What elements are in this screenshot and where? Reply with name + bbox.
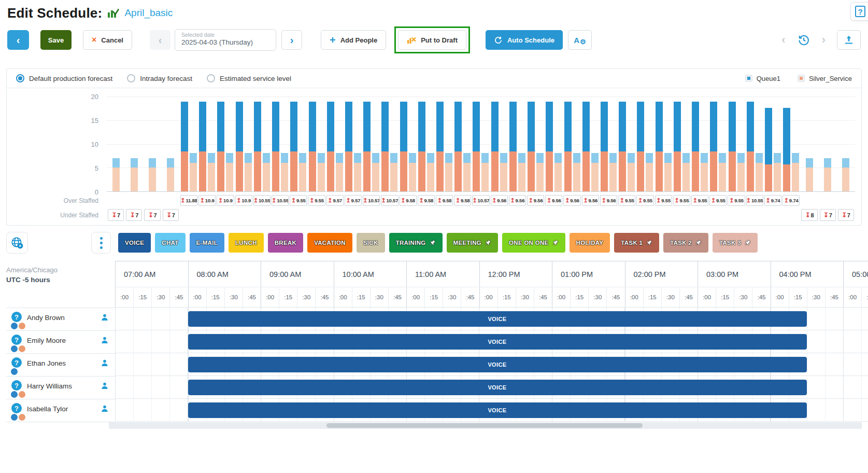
schedule-track-ethan-jones[interactable]: VOICE xyxy=(115,353,868,376)
up-arrow-icon: ↥ xyxy=(236,197,241,204)
activity-task-1[interactable]: TASK 1 xyxy=(614,233,659,253)
radio-default-production-forecast[interactable]: Default production forecast xyxy=(16,74,112,82)
save-button[interactable]: Save xyxy=(40,30,72,50)
put-to-draft-label: Put to Draft xyxy=(421,36,458,44)
shift-voice[interactable]: VOICE xyxy=(188,402,807,418)
person-icon[interactable] xyxy=(101,382,109,392)
employee-info-badge[interactable]: ? xyxy=(11,357,22,368)
activity-vacation[interactable]: VACATION xyxy=(307,233,352,253)
activity-sick[interactable]: SICK xyxy=(357,233,385,253)
value-text: 9.55 xyxy=(643,198,652,203)
chart-bar xyxy=(582,102,590,191)
selected-date-field[interactable]: Selected date 2025-04-03 (Thursday) xyxy=(175,29,276,51)
schedule-chart-icon xyxy=(107,8,119,18)
up-arrow-icon: ↥ xyxy=(784,197,789,204)
shift-voice[interactable]: VOICE xyxy=(188,311,807,327)
legend-silver-service[interactable]: Silver_Service xyxy=(798,75,852,82)
scrollbar-track[interactable] xyxy=(109,422,862,429)
employee-info-badge[interactable]: ? xyxy=(11,335,22,345)
employee-info-badge[interactable]: ? xyxy=(11,312,22,322)
chart-slot xyxy=(143,158,161,191)
quarter-header: :15 xyxy=(279,287,297,307)
chart-slot xyxy=(746,102,764,191)
scrollbar-thumb[interactable] xyxy=(326,423,643,428)
chart-slot xyxy=(581,102,600,191)
bar-seg-queue1 xyxy=(318,153,325,163)
help-button[interactable]: ? xyxy=(850,2,868,21)
up-arrow-icon: ↥ xyxy=(656,197,661,204)
quarter-header: :30 xyxy=(661,287,679,307)
shift-voice[interactable]: VOICE xyxy=(188,380,807,395)
bar-seg-silver xyxy=(418,151,425,191)
bar-seg-silver xyxy=(345,151,352,191)
schedule-track-harry-williams[interactable]: VOICE xyxy=(115,376,868,399)
export-button[interactable] xyxy=(837,30,861,50)
person-icon[interactable] xyxy=(101,313,109,324)
blue-queue-dot xyxy=(11,414,18,421)
over-staffed-value: ↥11.88 xyxy=(180,195,197,206)
history-clock-icon[interactable] xyxy=(797,33,810,47)
activity-e-mail[interactable]: E-MAIL xyxy=(190,233,224,253)
activity-voice[interactable]: VOICE xyxy=(118,233,151,253)
employee-info-badge[interactable]: ? xyxy=(11,403,22,413)
up-arrow-icon: ↥ xyxy=(346,197,351,204)
agent-settings-button[interactable]: A ⚙ xyxy=(568,30,592,50)
quarter-header: :45 xyxy=(534,287,552,307)
quarter-header: :15 xyxy=(716,287,734,307)
back-button[interactable]: ‹ xyxy=(7,30,29,50)
schedule-track-emily-moore[interactable]: VOICE xyxy=(115,330,868,353)
bar-seg-silver xyxy=(372,163,379,191)
over-staffed-value: ↥9.55 xyxy=(655,195,672,206)
activity-lunch[interactable]: LUNCH xyxy=(229,233,264,253)
person-icon[interactable] xyxy=(101,405,109,415)
activity-one-on-one[interactable]: ONE ON ONE xyxy=(502,233,565,253)
activity-training[interactable]: TRAINING xyxy=(389,233,443,253)
up-arrow-icon: ↥ xyxy=(272,197,276,204)
auto-schedule-button[interactable]: Auto Schedule xyxy=(486,30,563,50)
over-staffed-value: ↥9.55 xyxy=(308,195,325,206)
next-date-button[interactable]: › xyxy=(281,30,302,50)
bar-seg-silver xyxy=(167,168,174,191)
person-icon[interactable] xyxy=(101,359,109,369)
quarter-header: :30 xyxy=(588,287,606,307)
chart-bar xyxy=(609,153,617,191)
put-to-draft-button[interactable]: Put to Draft xyxy=(398,30,466,50)
quarter-header: :15 xyxy=(424,287,443,307)
shift-voice[interactable]: VOICE xyxy=(188,357,807,372)
history-prev-button[interactable]: ‹ xyxy=(778,33,788,47)
person-icon[interactable] xyxy=(101,336,109,346)
legend-queue1[interactable]: Queue1 xyxy=(746,75,780,82)
activity-chat[interactable]: CHAT xyxy=(155,233,185,253)
quarter-header: :00 xyxy=(552,287,570,307)
bar-seg-silver xyxy=(564,151,572,191)
chart-slot xyxy=(636,102,654,191)
timezone-globe-button[interactable] xyxy=(6,232,28,254)
chart-bar xyxy=(719,153,726,191)
activity-task-3[interactable]: TASK 3 xyxy=(713,233,758,253)
cancel-x-icon: × xyxy=(92,35,96,45)
row-menu-button[interactable] xyxy=(91,232,111,254)
activity-meeting[interactable]: MEETING xyxy=(447,233,499,253)
bar-seg-queue1 xyxy=(199,102,206,151)
up-arrow-icon: ↥ xyxy=(180,197,185,204)
add-people-button[interactable]: + Add People xyxy=(321,30,386,50)
activity-break[interactable]: BREAK xyxy=(268,233,303,253)
shift-voice[interactable]: VOICE xyxy=(188,334,807,350)
timeline-column: 07:00 AM08:00 AM09:00 AM10:00 AM11:00 AM… xyxy=(115,261,868,422)
activity-holiday[interactable]: HOLIDAY xyxy=(570,233,610,253)
cancel-button[interactable]: × Cancel xyxy=(83,30,132,50)
history-controls: ‹ › xyxy=(778,30,861,50)
activity-task-2[interactable]: TASK 2 xyxy=(663,233,708,253)
history-next-button[interactable]: › xyxy=(819,33,829,47)
radio-intraday-forecast[interactable]: Intraday forecast xyxy=(127,74,192,82)
radio-estimated-service-level[interactable]: Estimated service level xyxy=(207,74,291,82)
schedule-name-link[interactable]: April_basic xyxy=(124,7,173,19)
employee-info-badge[interactable]: ? xyxy=(11,380,22,391)
prev-date-button[interactable]: ‹ xyxy=(150,30,170,50)
activity-label: SICK xyxy=(363,240,378,246)
over-staffed-value: ↥10.55 xyxy=(253,195,271,206)
chart-bar xyxy=(564,102,572,191)
schedule-track-isabella-tylor[interactable]: VOICE xyxy=(115,399,868,422)
chart-bar xyxy=(372,153,379,191)
schedule-track-andy-brown[interactable]: VOICE xyxy=(115,308,868,330)
